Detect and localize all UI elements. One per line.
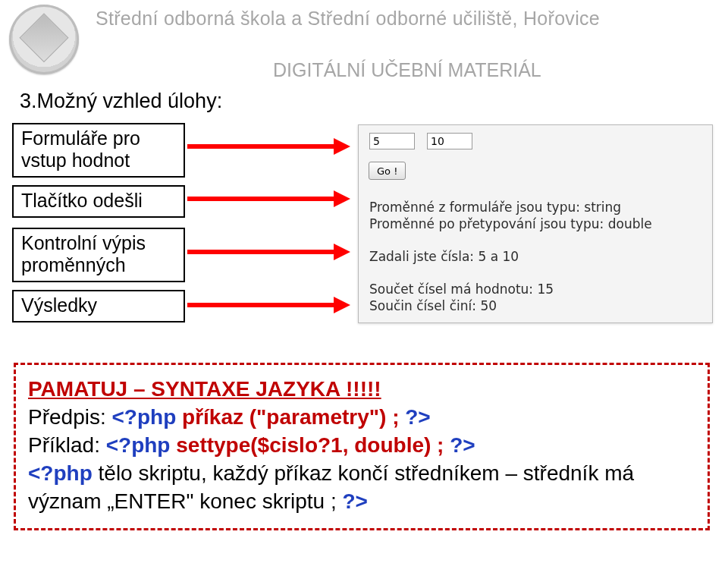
memo-line-body: <?php tělo skriptu, každý příkaz končí s… <box>28 460 695 516</box>
syntax-memo-box: PAMATUJ – SYNTAXE JAZYKA !!!!! Předpis: … <box>14 363 710 530</box>
php-close-tag: ?> <box>405 405 430 429</box>
memo-priklad-prefix: Příklad: <box>28 433 106 457</box>
demo-line-vartype-double: Proměnné po přetypování jsou typu: doubl… <box>369 216 652 232</box>
memo-command: příkaz ("parametry") ; <box>182 405 405 429</box>
school-logo <box>9 5 79 74</box>
label-results: Výsledky <box>12 290 185 322</box>
php-close-tag: ?> <box>343 489 368 513</box>
memo-line-priklad: Příklad: <?php settype($cislo?1, double)… <box>28 432 695 460</box>
document-subtitle: DIGITÁLNÍ UČEBNÍ MATERIÁL <box>273 59 541 81</box>
php-open-tag: <?php <box>106 433 171 457</box>
demo-line-entered: Zadali jste čísla: 5 a 10 <box>369 249 519 265</box>
demo-line-product: Součin čísel činí: 50 <box>369 298 497 314</box>
school-name: Střední odborná škola a Střední odborné … <box>96 8 720 30</box>
label-send-button: Tlačítko odešli <box>12 185 185 218</box>
go-button[interactable]: Go ! <box>369 162 406 180</box>
php-open-tag: <?php <box>112 405 177 429</box>
number-input-2[interactable] <box>427 133 472 149</box>
memo-example-command: settype($cislo?1, double) ; <box>176 433 450 457</box>
memo-line-predpis: Předpis: <?php příkaz ("parametry") ; ?> <box>28 404 695 432</box>
arrow-icon <box>187 193 350 204</box>
memo-title: PAMATUJ – SYNTAXE JAZYKA !!!!! <box>28 376 695 404</box>
arrow-icon <box>187 141 350 152</box>
php-close-tag: ?> <box>450 433 475 457</box>
arrow-icon <box>187 247 350 257</box>
label-forms: Formuláře pro vstup hodnot <box>12 123 185 178</box>
section-heading: 3.Možný vzhled úlohy: <box>20 90 222 113</box>
php-open-tag: <?php <box>28 461 93 485</box>
demo-line-vartype-string: Proměnné z formuláře jsou typu: string <box>369 200 621 215</box>
demo-panel: Go ! Proměnné z formuláře jsou typu: str… <box>358 124 713 323</box>
number-input-1[interactable] <box>369 133 415 149</box>
memo-body-text: tělo skriptu, každý příkaz končí střední… <box>28 461 634 513</box>
demo-line-sum: Součet čísel má hodnotu: 15 <box>369 282 554 297</box>
arrow-icon <box>187 300 350 310</box>
memo-predpis-prefix: Předpis: <box>28 405 112 429</box>
label-var-dump: Kontrolní výpis proměnných <box>12 228 185 282</box>
